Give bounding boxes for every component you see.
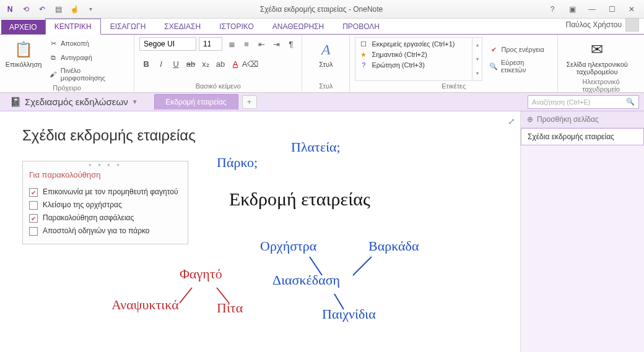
onenote-icon[interactable]: N	[2, 2, 17, 17]
minimize-button[interactable]: —	[585, 3, 599, 15]
section-tab-bar: 📓 Σχεδιασμός εκδηλώσεων ▼ Εκδρομή εταιρε…	[0, 93, 644, 111]
ink-parko[interactable]: Πάρκο;	[217, 155, 258, 171]
copy-button[interactable]: ⧉Αντιγραφή	[46, 51, 129, 64]
star-icon: ★	[359, 50, 368, 59]
checkbox-icon[interactable]	[29, 227, 38, 236]
envelope-icon: ✉	[586, 38, 608, 61]
format-painter-button[interactable]: 🖌Πινέλο μορφοποίησης	[46, 66, 129, 83]
group-email-label: Ηλεκτρονικό ταχυδρομείο	[563, 77, 639, 94]
help-button[interactable]: ?	[545, 3, 560, 15]
svg-line-3	[180, 288, 192, 303]
underline-button[interactable]: U	[169, 57, 183, 71]
bold-button[interactable]: B	[139, 57, 153, 71]
brush-icon: 🖌	[48, 69, 58, 79]
ink-orchistra[interactable]: Ορχήστρα	[260, 238, 316, 254]
tab-review[interactable]: ΑΝΑΘΕΩΡΗΣΗ	[263, 19, 333, 34]
paste-button[interactable]: 📋 Επικόλληση	[5, 37, 42, 83]
tag-question[interactable]: ?Ερώτηση (Ctrl+3)	[357, 60, 471, 70]
tab-history[interactable]: ΙΣΤΟΡΙΚΟ	[210, 19, 263, 34]
container-grip[interactable]: ● ● ● ●	[23, 161, 188, 168]
paragraph-button[interactable]: ¶	[284, 37, 298, 51]
clear-formatting-button[interactable]: A⌫	[243, 57, 257, 71]
highlight-button[interactable]: ab	[214, 57, 227, 71]
group-tags-label: Ετικέτες	[355, 81, 552, 91]
ink-diaskedasi[interactable]: Διασκέδαση	[272, 272, 340, 288]
avatar-icon	[625, 18, 639, 32]
checkbox-icon: ☐	[359, 40, 368, 48]
tab-file[interactable]: ΑΡΧΕΙΟ	[1, 20, 45, 34]
ink-fagito[interactable]: Φαγητό	[180, 266, 222, 282]
ink-ekdromi[interactable]: Εκδρομή εταιρείας	[229, 189, 370, 210]
user-name: Παύλος Χρήστου	[566, 20, 622, 29]
followup-item[interactable]: ✔Επικοινωνία με τον προμηθευτή φαγητού	[29, 186, 181, 199]
page-list-panel: ⊕ Προσθήκη σελίδας Σχέδια εκδρομής εταιρ…	[520, 111, 644, 352]
ink-plateia[interactable]: Πλατεία;	[291, 139, 341, 155]
tab-home[interactable]: ΚΕΝΤΡΙΚΗ	[45, 19, 101, 35]
check-icon: ✔	[489, 45, 498, 54]
tab-insert[interactable]: ΕΙΣΑΓΩΓΗ	[101, 19, 155, 34]
touch-mode-button[interactable]: ☝	[67, 2, 82, 17]
dock-button[interactable]: ▤	[51, 2, 66, 17]
page-title[interactable]: Σχέδια εκδρομής εταιρείας	[22, 127, 196, 144]
page-canvas[interactable]: ⤢ Σχέδια εκδρομής εταιρείας ● ● ● ● Για …	[0, 111, 520, 352]
tag-important[interactable]: ★Σημαντικό (Ctrl+2)	[357, 49, 471, 59]
followup-item[interactable]: Κλείσιμο της ορχήστρας	[29, 199, 181, 212]
group-basic-text: ≣ ≡ ⇤ ⇥ ¶ B I U ab x₂ ab A A⌫ Βασικό κεί…	[134, 35, 302, 92]
ink-pita[interactable]: Πίτα	[217, 300, 243, 316]
window-controls: ? ▣ — ☐ ✕	[545, 3, 642, 15]
paste-icon: 📋	[12, 38, 35, 61]
tab-draw[interactable]: ΣΧΕΔΙΑΣΗ	[155, 19, 210, 34]
tag-gallery[interactable]: ☐Εκκρεμείς εργασίες (Ctrl+1) ★Σημαντικό …	[355, 37, 472, 81]
numbering-button[interactable]: ≡	[240, 37, 253, 51]
notebook-icon: 📓	[10, 97, 21, 108]
styles-button[interactable]: A Στυλ	[307, 37, 344, 81]
undo-button[interactable]: ↶	[35, 2, 50, 17]
group-styles-label: Στυλ	[307, 81, 344, 91]
fullpage-toggle-icon[interactable]: ⤢	[508, 116, 515, 126]
user-account[interactable]: Παύλος Χρήστου	[561, 15, 645, 34]
italic-button[interactable]: I	[154, 57, 168, 71]
ink-varkada[interactable]: Βαρκάδα	[368, 238, 419, 254]
bullets-button[interactable]: ≣	[225, 37, 238, 51]
ribbon-display-button[interactable]: ▣	[565, 3, 580, 15]
tag-todo[interactable]: ☐Εκκρεμείς εργασίες (Ctrl+1)	[357, 39, 471, 49]
add-page-button[interactable]: ⊕ Προσθήκη σελίδας	[521, 111, 644, 128]
qat-customize-button[interactable]: ▾	[83, 2, 98, 17]
followup-container[interactable]: ● ● ● ● Για παρακολούθηση ✔Επικοινωνία μ…	[22, 161, 188, 244]
close-button[interactable]: ✕	[624, 3, 639, 15]
notebook-name: Σχεδιασμός εκδηλώσεων	[25, 97, 128, 107]
font-size-input[interactable]	[199, 37, 222, 51]
find-tags-button[interactable]: 🔍Εύρεση ετικετών	[486, 58, 552, 75]
followup-header: Για παρακολούθηση	[23, 168, 188, 183]
checkbox-icon[interactable]	[29, 201, 38, 210]
checkbox-icon[interactable]: ✔	[29, 214, 38, 223]
maximize-button[interactable]: ☐	[604, 3, 619, 15]
content-area: ⤢ Σχέδια εκδρομής εταιρείας ● ● ● ● Για …	[0, 111, 644, 352]
to-do-tag-button[interactable]: ✔Προς ενέργεια	[486, 43, 552, 56]
subscript-button[interactable]: x₂	[199, 57, 212, 71]
search-icon: 🔍	[626, 98, 635, 106]
checkbox-icon[interactable]: ✔	[29, 188, 38, 197]
cut-button[interactable]: ✂Αποκοπή	[46, 37, 129, 49]
font-color-button[interactable]: A	[228, 57, 242, 71]
tab-view[interactable]: ΠΡΟΒΟΛΗ	[333, 19, 389, 34]
section-tab[interactable]: Εκδρομή εταιρείας	[154, 94, 238, 109]
group-font-label: Βασικό κείμενο	[139, 81, 297, 91]
ink-anapsyktika[interactable]: Αναψυκτικά	[111, 297, 179, 313]
ink-paichnidia[interactable]: Παιχνίδια	[322, 306, 376, 322]
strikethrough-button[interactable]: ab	[184, 57, 198, 71]
add-section-button[interactable]: +	[242, 95, 257, 109]
page-list-item[interactable]: Σχέδια εκδρομής εταιρείας	[521, 128, 644, 145]
followup-item[interactable]: ✔Παρακολούθηση ασφάλειας	[29, 212, 181, 225]
notebook-picker[interactable]: 📓 Σχεδιασμός εκδηλώσεων ▼	[5, 95, 143, 109]
search-input[interactable]: Αναζήτηση (Ctrl+E) 🔍	[528, 95, 639, 109]
indent-left-button[interactable]: ⇤	[255, 37, 268, 51]
tag-gallery-scroll[interactable]: ▴▾▾	[472, 37, 482, 81]
followup-item[interactable]: Αποστολή οδηγιών για το πάρκο	[29, 225, 181, 238]
find-tags-icon: 🔍	[489, 61, 498, 71]
indent-right-button[interactable]: ⇥	[269, 37, 283, 51]
font-name-input[interactable]	[139, 37, 196, 51]
email-page-button[interactable]: ✉ Σελίδα ηλεκτρονικού ταχυδρομείου	[563, 37, 631, 77]
back-button[interactable]: ⟲	[19, 2, 33, 17]
search-placeholder: Αναζήτηση (Ctrl+E)	[532, 98, 590, 106]
